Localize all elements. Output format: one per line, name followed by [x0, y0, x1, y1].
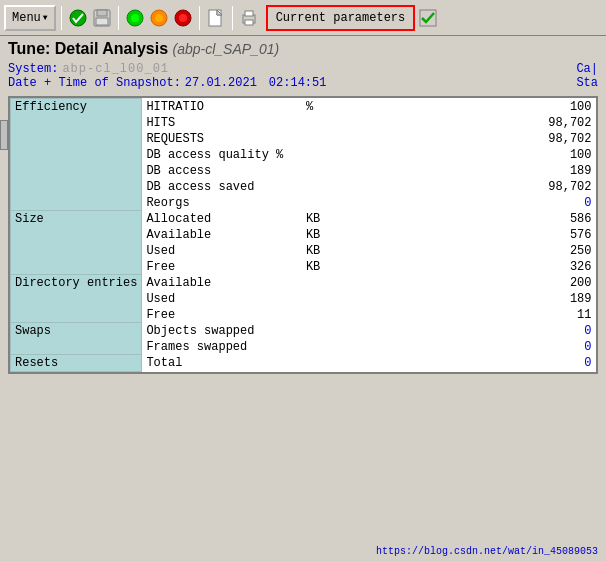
metric-cell: Available	[142, 275, 302, 291]
menu-button[interactable]: Menu ▼	[4, 5, 56, 31]
unit-cell	[302, 323, 332, 339]
unit-cell: %	[302, 99, 332, 115]
category-cell: Resets	[11, 355, 142, 372]
data-table-container: EfficiencyHITRATIO%100HITS98,702REQUESTS…	[8, 96, 598, 374]
check-icon[interactable]	[67, 7, 89, 29]
value-cell: 100	[332, 99, 596, 115]
value-cell: 98,702	[332, 179, 596, 195]
value-cell: 98,702	[332, 131, 596, 147]
value-cell: 189	[332, 163, 596, 179]
right-label2: Sta	[576, 76, 598, 90]
table-row: EfficiencyHITRATIO%100	[11, 99, 596, 115]
metric-cell: Available	[142, 227, 302, 243]
page-title: Tune: Detail Analysis (abp-cl_SAP_01)	[8, 40, 598, 58]
unit-cell	[302, 195, 332, 211]
metric-cell: Free	[142, 259, 302, 275]
value-cell: 100	[332, 147, 596, 163]
svg-rect-2	[97, 10, 107, 16]
data-table: EfficiencyHITRATIO%100HITS98,702REQUESTS…	[10, 98, 596, 372]
left-tab	[0, 120, 8, 150]
date-label: Date + Time of Snapshot:	[8, 76, 181, 90]
save-icon[interactable]	[91, 7, 113, 29]
svg-point-7	[155, 14, 163, 22]
value-cell: 189	[332, 291, 596, 307]
unit-cell	[302, 179, 332, 195]
unit-cell: KB	[302, 211, 332, 227]
unit-cell	[302, 131, 332, 147]
value-cell: 250	[332, 243, 596, 259]
metric-cell: HITRATIO	[142, 99, 302, 115]
separator-4	[232, 6, 233, 30]
metric-cell: DB access saved	[142, 179, 302, 195]
metric-cell: Frames swapped	[142, 339, 302, 355]
printer-icon[interactable]	[238, 7, 260, 29]
watermark: https://blog.csdn.net/wat/in_45089053	[376, 546, 598, 557]
value-cell: 576	[332, 227, 596, 243]
current-params-button[interactable]: Current parameters	[266, 5, 416, 31]
time-value: 02:14:51	[269, 76, 327, 90]
system-value: abp-cl_l00_01	[62, 62, 169, 76]
green-circle-icon[interactable]	[124, 7, 146, 29]
orange-icon[interactable]	[148, 7, 170, 29]
value-cell: 98,702	[332, 115, 596, 131]
metric-cell: REQUESTS	[142, 131, 302, 147]
svg-rect-14	[245, 20, 253, 25]
toolbar: Menu ▼ Current parameters	[0, 0, 606, 36]
metric-cell: Total	[142, 355, 302, 372]
table-row: ResetsTotal0	[11, 355, 596, 372]
dropdown-arrow-icon: ▼	[43, 13, 48, 22]
unit-cell	[302, 115, 332, 131]
svg-point-9	[179, 14, 187, 22]
metric-cell: Used	[142, 243, 302, 259]
unit-cell	[302, 355, 332, 372]
metric-cell: Used	[142, 291, 302, 307]
title-main: Tune: Detail Analysis	[8, 40, 168, 57]
table-row: SizeAllocatedKB586	[11, 211, 596, 227]
table-row: Directory entriesAvailable200	[11, 275, 596, 291]
title-sub: (abp-cl_SAP_01)	[173, 41, 280, 57]
current-params-label: Current parameters	[276, 11, 406, 25]
unit-cell	[302, 275, 332, 291]
category-cell: Size	[11, 211, 142, 275]
separator-3	[199, 6, 200, 30]
menu-label: Menu	[12, 11, 41, 25]
table-row: SwapsObjects swapped0	[11, 323, 596, 339]
value-cell: 0	[332, 355, 596, 372]
unit-cell	[302, 339, 332, 355]
svg-point-5	[131, 14, 139, 22]
system-label: System:	[8, 62, 58, 76]
value-cell: 0	[332, 339, 596, 355]
value-cell: 0	[332, 323, 596, 339]
metric-cell: DB access	[142, 163, 302, 179]
category-cell: Efficiency	[11, 99, 142, 211]
info-section: System: abp-cl_l00_01 Ca| Date + Time of…	[0, 60, 606, 94]
date-value: 27.01.2021	[185, 76, 257, 90]
category-cell: Swaps	[11, 323, 142, 355]
value-cell: 326	[332, 259, 596, 275]
unit-cell	[302, 163, 332, 179]
svg-rect-13	[245, 11, 253, 16]
value-cell: 11	[332, 307, 596, 323]
title-bar: Tune: Detail Analysis (abp-cl_SAP_01)	[0, 36, 606, 60]
svg-rect-3	[96, 18, 108, 25]
right-label1: Ca|	[576, 62, 598, 76]
metric-cell: Free	[142, 307, 302, 323]
metric-cell: Allocated	[142, 211, 302, 227]
unit-cell	[302, 307, 332, 323]
separator-2	[118, 6, 119, 30]
checkmark-icon[interactable]	[417, 7, 439, 29]
unit-cell: KB	[302, 243, 332, 259]
value-cell: 200	[332, 275, 596, 291]
page-wrapper: Menu ▼ Current parameters	[0, 0, 606, 561]
unit-cell	[302, 291, 332, 307]
red-icon[interactable]	[172, 7, 194, 29]
category-cell: Directory entries	[11, 275, 142, 323]
unit-cell: KB	[302, 259, 332, 275]
main-content: EfficiencyHITRATIO%100HITS98,702REQUESTS…	[0, 94, 606, 376]
unit-cell: KB	[302, 227, 332, 243]
unit-cell	[302, 147, 332, 163]
date-row: Date + Time of Snapshot: 27.01.2021 02:1…	[8, 76, 598, 90]
svg-point-0	[70, 10, 86, 26]
doc-icon[interactable]	[205, 7, 227, 29]
system-row: System: abp-cl_l00_01 Ca|	[8, 62, 598, 76]
